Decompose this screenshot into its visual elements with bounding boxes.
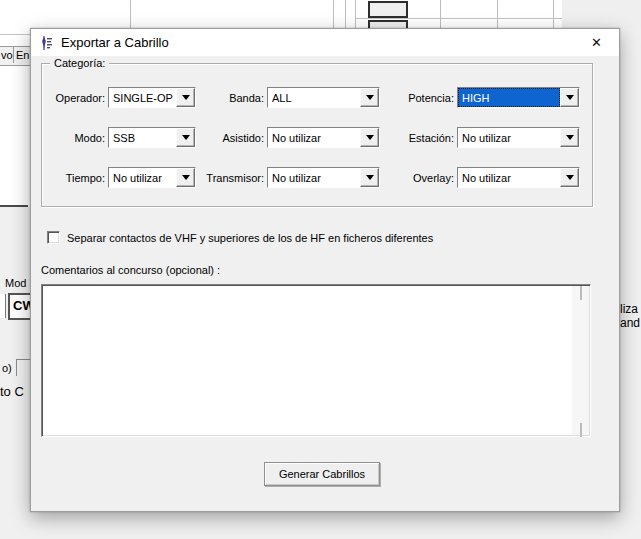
combo-asistido-arrow[interactable] (360, 128, 379, 147)
combo-value: No utilizar (109, 168, 176, 187)
chevron-down-icon (366, 95, 374, 104)
chevron-down-icon (566, 135, 574, 144)
combo-banda[interactable]: ALL (267, 87, 380, 108)
background-top-grid (0, 0, 641, 28)
chevron-down-icon (182, 175, 190, 184)
combo-asistido[interactable]: No utilizar (267, 127, 380, 148)
field-label: Overlay: (390, 172, 454, 184)
combo-estacion[interactable]: No utilizar (457, 127, 580, 148)
field-label: Operador: (45, 92, 105, 104)
combo-value: SSB (109, 128, 176, 147)
combo-value: HIGH (458, 88, 560, 107)
field-operador: Operador: SINGLE-OP (45, 87, 196, 108)
scroll-down-button[interactable] (580, 423, 582, 435)
background-status-fragment: to C (0, 384, 24, 399)
combo-overlay[interactable]: No utilizar (457, 167, 580, 188)
combo-operador[interactable]: SINGLE-OP (108, 87, 196, 108)
field-label: Modo: (45, 132, 105, 144)
chevron-down-icon (366, 135, 374, 144)
combo-value: No utilizar (458, 128, 560, 147)
field-label: Potencia: (390, 92, 454, 104)
background-selected-cell (368, 1, 408, 18)
field-transmisor: Transmisor: No utilizar (202, 167, 380, 188)
field-modo: Modo: SSB (45, 127, 196, 148)
close-button[interactable]: ✕ (574, 29, 619, 56)
chevron-down-icon (366, 175, 374, 184)
chevron-down-icon (566, 95, 574, 104)
category-groupbox: Categoría: Operador: SINGLE-OP Banda: AL… (41, 63, 593, 207)
background-top-right-area (562, 0, 641, 28)
field-tiempo: Tiempo: No utilizar (45, 167, 196, 188)
combo-value: SINGLE-OP (109, 88, 176, 107)
export-cabrillo-dialog: Exportar a Cabrillo ✕ Categoría: Operado… (30, 28, 620, 512)
generate-cabrillos-button[interactable]: Generar Cabrillos (264, 462, 380, 486)
field-overlay: Overlay: No utilizar (390, 167, 580, 188)
combo-potencia[interactable]: HIGH (457, 87, 580, 108)
combo-transmisor[interactable]: No utilizar (267, 167, 380, 188)
chevron-down-icon (182, 95, 190, 104)
chevron-up-icon (580, 286, 582, 300)
background-edit-fragment (0, 294, 6, 318)
field-label: Tiempo: (45, 172, 105, 184)
background-header-col: En (16, 49, 29, 61)
combo-value: No utilizar (268, 128, 360, 147)
combo-value: ALL (268, 88, 360, 107)
combo-banda-arrow[interactable] (360, 88, 379, 107)
vertical-scrollbar[interactable] (572, 286, 589, 435)
vhf-separate-checkbox-row: Separar contactos de VHF y superiores de… (47, 231, 433, 244)
field-label: Transmisor: (202, 172, 264, 184)
field-label: Estación: (390, 132, 454, 144)
chevron-down-icon (566, 175, 574, 184)
checkbox-label[interactable]: Separar contactos de VHF y superiores de… (67, 232, 433, 244)
generate-button-label: Generar Cabrillos (279, 468, 365, 480)
combo-estacion-arrow[interactable] (560, 128, 579, 147)
field-asistido: Asistido: No utilizar (202, 127, 380, 148)
field-banda: Banda: ALL (202, 87, 380, 108)
background-tab-fragment: o) (2, 362, 12, 374)
background-right-fragment: and (620, 316, 640, 330)
scroll-up-button[interactable] (580, 286, 582, 298)
comments-label: Comentarios al concurso (opcional) : (41, 264, 220, 276)
combo-value: No utilizar (268, 168, 360, 187)
background-header-col: vo (1, 49, 13, 61)
combo-transmisor-arrow[interactable] (360, 168, 379, 187)
combo-tiempo[interactable]: No utilizar (108, 167, 196, 188)
vhf-separate-checkbox[interactable] (47, 231, 60, 244)
app-icon (39, 35, 55, 51)
combo-modo[interactable]: SSB (108, 127, 196, 148)
field-label: Asistido: (202, 132, 264, 144)
combo-tiempo-arrow[interactable] (176, 168, 195, 187)
dialog-titlebar[interactable]: Exportar a Cabrillo ✕ (31, 29, 619, 56)
groupbox-label: Categoría: (50, 57, 109, 70)
background-mode-label: Mod (5, 277, 26, 289)
field-label: Banda: (202, 92, 264, 104)
combo-modo-arrow[interactable] (176, 128, 195, 147)
chevron-down-icon (182, 135, 190, 144)
combo-value: No utilizar (458, 168, 560, 187)
combo-operador-arrow[interactable] (176, 88, 195, 107)
dialog-title: Exportar a Cabrillo (61, 35, 169, 50)
combo-overlay-arrow[interactable] (560, 168, 579, 187)
field-potencia: Potencia: HIGH (390, 87, 580, 108)
comments-textarea[interactable] (41, 284, 591, 437)
combo-potencia-arrow[interactable] (560, 88, 579, 107)
field-estacion: Estación: No utilizar (390, 127, 580, 148)
chevron-down-icon (580, 423, 582, 437)
background-left-table: vo En (0, 0, 30, 207)
close-icon: ✕ (591, 35, 602, 50)
background-divider (0, 205, 28, 207)
background-table-header: vo En (0, 46, 30, 66)
background-right-fragment: liza (620, 302, 638, 316)
